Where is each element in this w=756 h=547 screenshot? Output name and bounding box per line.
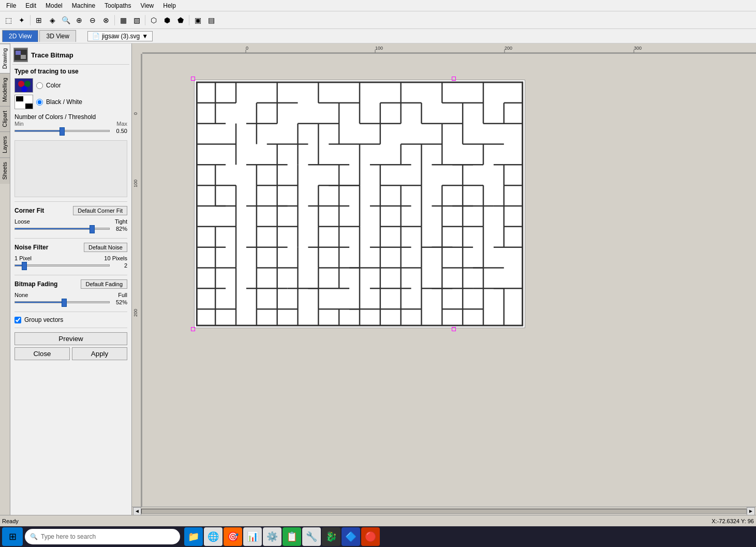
corner-fit-default-btn[interactable]: Default Corner Fit — [73, 206, 127, 215]
fading-thumb[interactable] — [62, 299, 67, 307]
bw-option: Black / White — [14, 95, 127, 109]
toolbar-btn-14[interactable]: ▣ — [191, 14, 204, 26]
bitmap-fading-label: Bitmap Fading — [14, 280, 57, 288]
svg-point-6 — [21, 86, 27, 92]
selection-handle-tr[interactable] — [452, 77, 456, 81]
corner-slider-container — [14, 225, 110, 233]
taskbar-app-app7[interactable]: 🔴 — [361, 527, 380, 546]
svg-rect-9 — [25, 104, 33, 109]
corner-fit-label: Corner Fit — [14, 207, 44, 214]
noise-thumb[interactable] — [22, 262, 27, 270]
selection-handle-tl[interactable] — [191, 77, 195, 81]
toolbar-btn-8[interactable]: ⊗ — [100, 14, 112, 26]
noise-minmax-row: 1 Pixel 10 Pixels — [14, 255, 127, 261]
tab-2d-view[interactable]: 2D View — [2, 30, 38, 42]
toolbar-btn-1[interactable]: ⬚ — [2, 14, 14, 26]
menu-view[interactable]: View — [136, 1, 158, 10]
toolbar-btn-3[interactable]: ⊞ — [33, 14, 45, 26]
search-bar[interactable]: 🔍 Type here to search — [25, 529, 180, 544]
bottom-buttons: Close Apply — [14, 347, 127, 360]
selection-handle-bl[interactable] — [191, 327, 195, 331]
panel-content: Type of tracing to use Color — [12, 68, 129, 360]
bitmap-fading-header: Bitmap Fading Default Fading — [14, 279, 127, 289]
close-button[interactable]: Close — [14, 347, 70, 360]
toolbar-btn-11[interactable]: ⬡ — [147, 14, 160, 26]
scrollbar-horizontal[interactable]: ◄ ► — [132, 507, 756, 515]
preview-button[interactable]: Preview — [14, 332, 127, 345]
divider-1 — [14, 201, 127, 202]
bw-label: Black / White — [46, 98, 82, 106]
svg-rect-8 — [16, 96, 23, 101]
toolbar-btn-4[interactable]: ◈ — [46, 14, 58, 26]
menu-machine[interactable]: Machine — [68, 1, 99, 10]
menu-edit[interactable]: Edit — [21, 1, 40, 10]
scrollbar-track-h[interactable] — [141, 509, 747, 514]
toolbar-btn-15[interactable]: ▤ — [205, 14, 217, 26]
menu-model[interactable]: Model — [41, 1, 67, 10]
file-indicator[interactable]: 📄 jigsaw (3).svg ▼ — [87, 31, 153, 41]
status-ready: Ready — [2, 518, 711, 524]
taskbar-app-app6[interactable]: 🔷 — [342, 527, 360, 546]
toolbar-sep-4 — [189, 15, 189, 25]
noise-min: 1 Pixel — [14, 255, 32, 261]
taskbar-app-files[interactable]: 📁 — [184, 527, 203, 546]
color-label: Color — [46, 82, 61, 89]
corner-thumb[interactable] — [90, 225, 95, 233]
left-tab-layers[interactable]: Layers — [0, 131, 10, 157]
scroll-right-btn[interactable]: ► — [747, 507, 755, 515]
toolbar-btn-13[interactable]: ⬟ — [174, 14, 187, 26]
toolbar-btn-12[interactable]: ⬢ — [161, 14, 173, 26]
threshold-min: Min — [14, 121, 24, 127]
start-button[interactable]: ⊞ — [2, 527, 23, 546]
canvas-viewport[interactable] — [142, 54, 756, 507]
noise-filter-default-btn[interactable]: Default Noise — [84, 243, 127, 252]
fading-value: 52% — [112, 299, 127, 305]
left-tab-clipart[interactable]: Clipart — [0, 106, 10, 131]
file-dropdown-icon: ▼ — [142, 33, 148, 40]
taskbar-app-browser[interactable]: 🌐 — [204, 527, 223, 546]
taskbar-app-app1[interactable]: 🎯 — [224, 527, 242, 546]
maze-svg — [194, 80, 525, 328]
taskbar-app-app4[interactable]: 🔧 — [302, 527, 321, 546]
taskbar-app-app3[interactable]: 📋 — [283, 527, 301, 546]
bitmap-fading-section: Bitmap Fading Default Fading None Full 5… — [14, 279, 127, 306]
file-icon: 📄 — [92, 33, 100, 40]
loose-label: Loose — [14, 218, 30, 225]
taskbar: ⊞ 🔍 Type here to search 📁 🌐 🎯 📊 ⚙️ 📋 🔧 🐉… — [0, 526, 756, 547]
toolbar-btn-9[interactable]: ▦ — [117, 14, 129, 26]
status-coords: X:-72.6324 Y: 96 — [711, 518, 754, 524]
noise-filter-label: Noise Filter — [14, 244, 48, 251]
left-tab-sheets[interactable]: Sheets — [0, 157, 10, 184]
menu-toolpaths[interactable]: Toolpaths — [100, 1, 135, 10]
scroll-left-btn[interactable]: ◄ — [133, 507, 141, 515]
left-tab-drawing[interactable]: Drawing — [0, 43, 10, 73]
file-name: jigsaw (3).svg — [102, 33, 140, 40]
toolbar-sep-2 — [114, 15, 115, 25]
svg-text:200: 200 — [505, 46, 512, 51]
toolbar-btn-10[interactable]: ▧ — [130, 14, 143, 26]
menu-help[interactable]: Help — [159, 1, 180, 10]
selection-handle-br[interactable] — [452, 327, 456, 331]
left-tab-modelling[interactable]: Modelling — [0, 73, 10, 106]
menu-file[interactable]: File — [2, 1, 20, 10]
bw-radio[interactable] — [36, 99, 43, 106]
toolbar-btn-5[interactable]: 🔍 — [60, 14, 72, 26]
threshold-thumb[interactable] — [60, 127, 65, 136]
bitmap-fading-default-btn[interactable]: Default Fading — [81, 279, 127, 289]
color-radio[interactable] — [36, 82, 43, 89]
noise-track — [14, 264, 110, 267]
toolbar-btn-2[interactable]: ✦ — [16, 14, 28, 26]
search-icon: 🔍 — [30, 533, 38, 540]
toolbar-btn-7[interactable]: ⊖ — [86, 14, 99, 26]
noise-slider-row: 2 — [14, 261, 127, 270]
group-vectors-checkbox[interactable] — [14, 317, 21, 323]
main-content: Drawing Modelling Clipart Layers Sheets … — [0, 43, 756, 515]
taskbar-app-app2[interactable]: 📊 — [243, 527, 262, 546]
tab-3d-view[interactable]: 3D View — [39, 30, 76, 42]
threshold-slider-container — [14, 127, 110, 135]
toolbar-btn-6[interactable]: ⊕ — [73, 14, 85, 26]
apply-button[interactable]: Apply — [72, 347, 127, 360]
taskbar-app-app5[interactable]: 🐉 — [322, 527, 340, 546]
taskbar-app-settings[interactable]: ⚙️ — [263, 527, 281, 546]
toolbar-sep-1 — [30, 15, 31, 25]
